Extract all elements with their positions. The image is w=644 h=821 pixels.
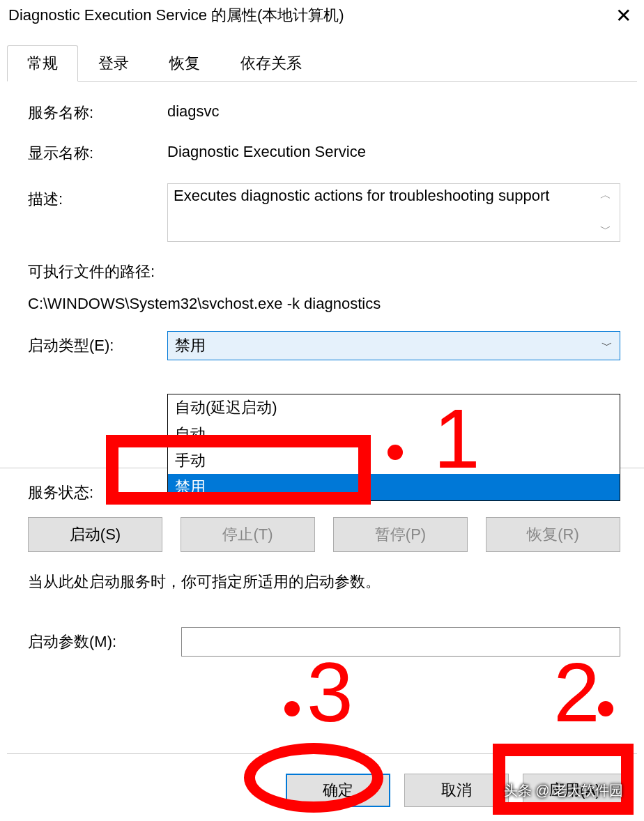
tab-dependencies[interactable]: 依存关系 bbox=[220, 45, 322, 82]
tab-content: 服务名称: diagsvc 显示名称: Diagnostic Execution… bbox=[0, 82, 644, 657]
dropdown-option-auto[interactable]: 自动 bbox=[168, 421, 620, 447]
dropdown-option-manual[interactable]: 手动 bbox=[168, 447, 620, 474]
titlebar: Diagnostic Execution Service 的属性(本地计算机) … bbox=[0, 0, 644, 31]
hint-text: 当从此处启动服务时，你可指定所适用的启动参数。 bbox=[28, 571, 620, 592]
annotation-number-3: 3 bbox=[307, 644, 353, 740]
scroll-up-icon[interactable]: ︿ bbox=[597, 188, 614, 203]
start-button[interactable]: 启动(S) bbox=[28, 517, 162, 552]
watermark: 头条 @ 老大软件园 bbox=[504, 781, 623, 800]
label-startup-type: 启动类型(E): bbox=[28, 335, 167, 356]
dropdown-option-auto-delayed[interactable]: 自动(延迟启动) bbox=[168, 394, 620, 421]
label-description: 描述: bbox=[28, 183, 167, 210]
label-service-name: 服务名称: bbox=[28, 102, 167, 123]
stop-button: 停止(T) bbox=[181, 517, 315, 552]
dropdown-option-disabled[interactable]: 禁用 bbox=[168, 474, 620, 500]
value-description: Executes diagnostic actions for troubles… bbox=[174, 187, 597, 238]
pause-button: 暂停(P) bbox=[333, 517, 468, 552]
value-service-name: diagsvc bbox=[167, 102, 620, 121]
label-exe-path: 可执行文件的路径: bbox=[28, 261, 620, 282]
tab-general[interactable]: 常规 bbox=[7, 45, 78, 82]
annotation-dot-2 bbox=[598, 701, 613, 716]
label-start-params: 启动参数(M): bbox=[28, 631, 181, 652]
startup-type-dropdown[interactable]: 自动(延迟启动) 自动 手动 禁用 bbox=[167, 394, 620, 501]
start-params-input[interactable] bbox=[181, 627, 620, 657]
annotation-number-2: 2 bbox=[553, 644, 600, 740]
tab-recovery[interactable]: 恢复 bbox=[149, 45, 220, 82]
watermark-text: 头条 @ 老大软件园 bbox=[504, 781, 623, 800]
label-display-name: 显示名称: bbox=[28, 143, 167, 164]
value-display-name: Diagnostic Execution Service bbox=[167, 143, 620, 161]
resume-button: 恢复(R) bbox=[486, 517, 620, 552]
startup-type-value: 禁用 bbox=[175, 335, 206, 356]
description-box: Executes diagnostic actions for troubles… bbox=[167, 183, 620, 242]
ok-button[interactable]: 确定 bbox=[286, 774, 390, 807]
annotation-dot-3 bbox=[284, 701, 300, 716]
label-service-status: 服务状态: bbox=[28, 482, 167, 503]
value-exe-path: C:\WINDOWS\System32\svchost.exe -k diagn… bbox=[28, 295, 620, 313]
description-scrollbar[interactable]: ︿ ﹀ bbox=[597, 187, 614, 238]
startup-type-select[interactable]: 禁用 ﹀ bbox=[167, 331, 620, 360]
scroll-down-icon[interactable]: ﹀ bbox=[597, 222, 614, 237]
bottom-divider bbox=[7, 753, 637, 754]
cancel-button[interactable]: 取消 bbox=[404, 774, 509, 807]
tabs: 常规 登录 恢复 依存关系 bbox=[7, 45, 637, 82]
tab-logon[interactable]: 登录 bbox=[78, 45, 149, 82]
close-icon[interactable]: ✕ bbox=[608, 4, 638, 27]
window-title: Diagnostic Execution Service 的属性(本地计算机) bbox=[8, 5, 344, 26]
chevron-down-icon: ﹀ bbox=[601, 339, 613, 353]
